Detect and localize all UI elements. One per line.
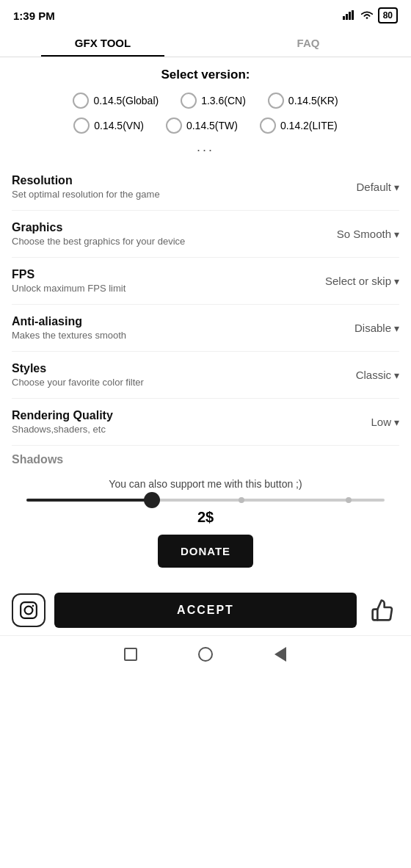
slider-fill bbox=[26, 499, 152, 502]
donation-amount: 2$ bbox=[12, 509, 399, 526]
accept-button[interactable]: ACCEPT bbox=[54, 593, 357, 628]
version-label-global: 0.14.5(Global) bbox=[93, 95, 159, 106]
svg-rect-1 bbox=[346, 14, 348, 20]
nav-square-button[interactable] bbox=[123, 646, 139, 662]
version-option-tw[interactable]: 0.14.5(TW) bbox=[159, 116, 245, 135]
radio-kr[interactable] bbox=[268, 93, 284, 109]
radio-lite[interactable] bbox=[260, 117, 276, 134]
chevron-down-icon-rendering-quality[interactable]: ▾ bbox=[394, 416, 399, 428]
setting-row-fps: FPS Unlock maximum FPS limit Select or s… bbox=[12, 258, 399, 305]
svg-rect-4 bbox=[21, 602, 37, 618]
setting-label-anti-aliasing: Anti-aliasing bbox=[12, 315, 304, 328]
chevron-down-icon-fps[interactable]: ▾ bbox=[394, 275, 399, 287]
radio-tw[interactable] bbox=[166, 117, 182, 134]
svg-rect-3 bbox=[352, 10, 354, 20]
setting-row-resolution: Resolution Set optimal resolution for th… bbox=[12, 164, 399, 211]
version-section: Select version: 0.14.5(Global) 1.3.6(CN)… bbox=[0, 57, 411, 164]
setting-label-fps: FPS bbox=[12, 268, 304, 281]
setting-row-styles: Styles Choose your favorite color filter… bbox=[12, 352, 399, 399]
svg-point-5 bbox=[25, 607, 33, 615]
dots-indicator: ... bbox=[12, 135, 399, 158]
nav-bar bbox=[0, 635, 411, 674]
thumbsup-icon[interactable] bbox=[365, 593, 399, 627]
version-label-lite: 0.14.2(LITE) bbox=[280, 120, 338, 131]
battery-icon: 80 bbox=[378, 7, 398, 23]
signal-icon bbox=[343, 10, 356, 22]
svg-rect-2 bbox=[349, 12, 351, 20]
setting-value-resolution: Default bbox=[356, 181, 391, 193]
nav-back-button[interactable] bbox=[272, 646, 288, 662]
svg-point-6 bbox=[32, 605, 34, 607]
tab-gfx-tool[interactable]: GFX TOOL bbox=[0, 28, 205, 57]
wifi-icon bbox=[360, 10, 374, 22]
setting-label-graphics: Graphics bbox=[12, 221, 304, 234]
triangle-icon bbox=[274, 647, 286, 662]
instagram-icon[interactable] bbox=[12, 593, 46, 627]
version-label-cn: 1.3.6(CN) bbox=[201, 95, 246, 106]
setting-right-fps[interactable]: Select or skip ▾ bbox=[304, 275, 399, 287]
nav-home-button[interactable] bbox=[197, 646, 214, 662]
version-label-vn: 0.14.5(VN) bbox=[94, 120, 144, 131]
setting-desc-anti-aliasing: Makes the textures smooth bbox=[12, 330, 304, 341]
setting-label-rendering-quality: Rendering Quality bbox=[12, 409, 304, 422]
tab-faq[interactable]: FAQ bbox=[205, 28, 411, 57]
setting-value-styles: Classic bbox=[356, 369, 391, 381]
setting-value-fps: Select or skip bbox=[325, 275, 391, 287]
setting-row-anti-aliasing: Anti-aliasing Makes the textures smooth … bbox=[12, 305, 399, 352]
chevron-down-icon-anti-aliasing[interactable]: ▾ bbox=[394, 322, 399, 334]
setting-left-anti-aliasing: Anti-aliasing Makes the textures smooth bbox=[12, 315, 304, 341]
setting-row-graphics: Graphics Choose the best graphics for yo… bbox=[12, 211, 399, 258]
version-option-lite[interactable]: 0.14.2(LITE) bbox=[252, 116, 345, 135]
shadows-partial-label: Shadows bbox=[0, 446, 411, 469]
setting-right-graphics[interactable]: So Smooth ▾ bbox=[304, 228, 399, 240]
bottom-bar: ACCEPT bbox=[0, 585, 411, 635]
setting-desc-resolution: Set optimal resolution for the game bbox=[12, 189, 304, 200]
radio-cn[interactable] bbox=[181, 93, 197, 109]
setting-desc-fps: Unlock maximum FPS limit bbox=[12, 283, 304, 294]
status-time: 1:39 PM bbox=[13, 10, 55, 22]
svg-rect-0 bbox=[343, 16, 345, 20]
status-icons: 80 bbox=[343, 7, 398, 23]
donate-button[interactable]: DONATE bbox=[158, 535, 253, 568]
chevron-down-icon-resolution[interactable]: ▾ bbox=[394, 181, 399, 193]
version-option-kr[interactable]: 0.14.5(KR) bbox=[261, 91, 346, 110]
setting-value-anti-aliasing: Disable bbox=[354, 322, 391, 334]
version-label-kr: 0.14.5(KR) bbox=[288, 95, 338, 106]
setting-left-styles: Styles Choose your favorite color filter bbox=[12, 362, 304, 388]
setting-right-styles[interactable]: Classic ▾ bbox=[304, 369, 399, 381]
settings-section: Resolution Set optimal resolution for th… bbox=[0, 164, 411, 446]
tab-bar: GFX TOOL FAQ bbox=[0, 28, 411, 57]
setting-right-rendering-quality[interactable]: Low ▾ bbox=[304, 416, 399, 428]
slider-thumb[interactable] bbox=[144, 492, 160, 508]
square-icon bbox=[124, 648, 137, 661]
version-row-2: 0.14.5(VN) 0.14.5(TW) 0.14.2(LITE) bbox=[12, 116, 399, 135]
support-section: You can also support me with this button… bbox=[0, 469, 411, 585]
version-label-tw: 0.14.5(TW) bbox=[186, 120, 238, 131]
support-text: You can also support me with this button… bbox=[12, 478, 399, 490]
setting-desc-rendering-quality: Shadows,shaders, etc bbox=[12, 424, 304, 435]
version-grid: 0.14.5(Global) 1.3.6(CN) 0.14.5(KR) 0.14… bbox=[12, 91, 399, 135]
setting-left-resolution: Resolution Set optimal resolution for th… bbox=[12, 174, 304, 200]
setting-desc-styles: Choose your favorite color filter bbox=[12, 377, 304, 388]
version-title: Select version: bbox=[12, 68, 399, 82]
chevron-down-icon-styles[interactable]: ▾ bbox=[394, 369, 399, 381]
version-option-global[interactable]: 0.14.5(Global) bbox=[65, 91, 166, 110]
radio-vn[interactable] bbox=[73, 117, 90, 134]
chevron-down-icon-graphics[interactable]: ▾ bbox=[394, 228, 399, 240]
version-row-1: 0.14.5(Global) 1.3.6(CN) 0.14.5(KR) bbox=[12, 91, 399, 110]
radio-global[interactable] bbox=[73, 93, 89, 109]
version-option-cn[interactable]: 1.3.6(CN) bbox=[173, 91, 253, 110]
setting-row-rendering-quality: Rendering Quality Shadows,shaders, etc L… bbox=[12, 399, 399, 446]
setting-desc-graphics: Choose the best graphics for your device bbox=[12, 236, 304, 247]
setting-right-resolution[interactable]: Default ▾ bbox=[304, 181, 399, 193]
setting-left-fps: FPS Unlock maximum FPS limit bbox=[12, 268, 304, 294]
circle-icon bbox=[198, 647, 213, 662]
slider-dot2 bbox=[346, 497, 352, 503]
status-bar: 1:39 PM 80 bbox=[0, 0, 411, 28]
slider-container[interactable] bbox=[12, 499, 399, 502]
version-option-vn[interactable]: 0.14.5(VN) bbox=[66, 116, 151, 135]
slider-track[interactable] bbox=[26, 499, 385, 502]
setting-value-rendering-quality: Low bbox=[371, 416, 391, 428]
setting-right-anti-aliasing[interactable]: Disable ▾ bbox=[304, 322, 399, 334]
setting-left-rendering-quality: Rendering Quality Shadows,shaders, etc bbox=[12, 409, 304, 435]
